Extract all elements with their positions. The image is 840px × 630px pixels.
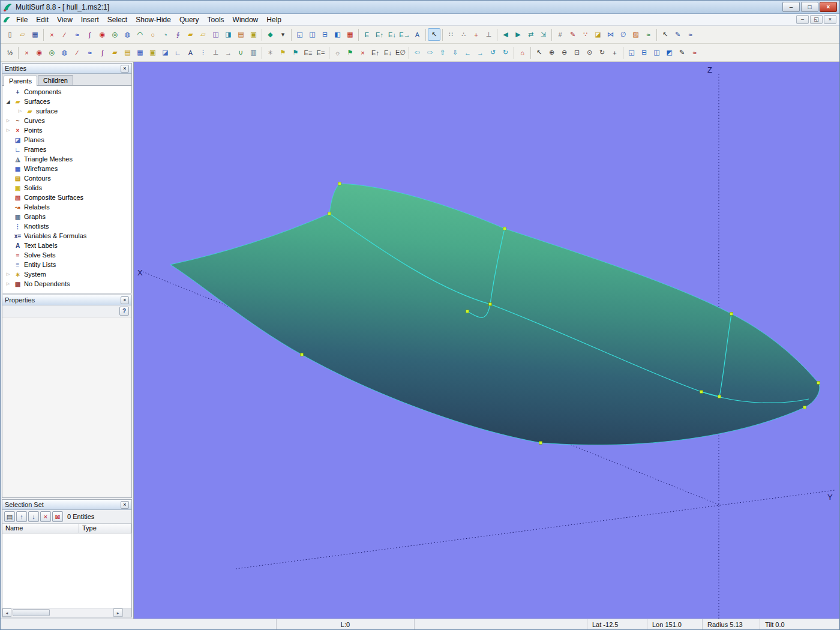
tree-item-entity-lists[interactable]: ≡Entity Lists xyxy=(2,260,131,269)
tree-item-triangle-meshes[interactable]: ◮Triangle Meshes xyxy=(2,154,131,164)
tree-item-relabels[interactable]: ↝Relabels xyxy=(2,202,131,212)
insert-conic-icon[interactable]: ◔ xyxy=(159,28,172,41)
previous-view-icon[interactable]: ◀ xyxy=(499,28,512,41)
column-header-type[interactable]: Type xyxy=(79,524,131,533)
insert-bead-icon[interactable]: ◉ xyxy=(96,28,109,41)
show-selected-icon[interactable]: ⚑ xyxy=(344,46,356,59)
insert-solid-icon[interactable]: ▣ xyxy=(247,28,260,41)
tree-item-points[interactable]: ▷×Points xyxy=(2,125,131,135)
insert-magnet-icon[interactable]: ◍ xyxy=(121,28,134,41)
control-point[interactable] xyxy=(338,182,341,185)
fit-view-icon[interactable]: ⇲ xyxy=(537,28,550,41)
tree-item-text-labels[interactable]: AText Labels xyxy=(2,241,131,250)
toggle-wireframes-icon[interactable]: ▦ xyxy=(134,46,146,59)
pen-tool-icon[interactable]: ✎ xyxy=(671,28,684,41)
view-quad-icon[interactable]: ◧ xyxy=(331,28,344,41)
tree-expander-closed-icon[interactable]: ▷ xyxy=(5,272,11,277)
control-point[interactable] xyxy=(817,382,820,385)
insert-revolution-surface-icon[interactable]: ◫ xyxy=(209,28,222,41)
render-toggle-icon[interactable]: ∗ xyxy=(264,46,277,59)
context-help-button[interactable]: ? xyxy=(119,307,129,316)
control-point[interactable] xyxy=(301,353,304,356)
tree-item-solve-sets[interactable]: =Solve Sets xyxy=(2,250,131,260)
home-view-icon[interactable]: ⌂ xyxy=(516,46,529,59)
column-header-name[interactable]: Name xyxy=(2,524,79,533)
control-point[interactable] xyxy=(328,212,331,215)
show-children-icon[interactable]: E↓ xyxy=(382,46,394,59)
menu-query[interactable]: Query xyxy=(175,14,203,25)
hide-selected-icon[interactable]: × xyxy=(356,46,369,59)
minimize-button[interactable]: – xyxy=(782,2,800,12)
offsets-table-icon[interactable]: ▦ xyxy=(344,28,356,41)
toggle-solids-icon[interactable]: ▣ xyxy=(146,46,159,59)
tree-expander-closed-icon[interactable]: ▷ xyxy=(5,118,11,123)
scroll-left-icon[interactable]: ◂ xyxy=(2,608,11,617)
tree-item-no-dependents[interactable]: ▷▩No Dependents xyxy=(2,279,131,289)
pan-left-icon[interactable]: ← xyxy=(461,46,474,59)
toggle-snakes-icon[interactable]: ʃ xyxy=(96,46,109,59)
scrollbar-track[interactable] xyxy=(11,608,113,617)
spin-ccw-icon[interactable]: ↺ xyxy=(487,46,499,59)
sketch-curve-icon[interactable]: ✎ xyxy=(566,28,579,41)
mdi-close-button[interactable]: × xyxy=(824,15,836,24)
show-grid-icon[interactable]: # xyxy=(554,28,566,41)
horizontal-scrollbar[interactable]: ◂ ▸ xyxy=(2,608,131,617)
insert-snake-icon[interactable]: ʃ xyxy=(83,28,96,41)
hull-surface[interactable] xyxy=(170,184,820,445)
tile-vertical-icon[interactable]: ◫ xyxy=(650,46,663,59)
pointer-tool-icon[interactable]: ↖ xyxy=(428,28,440,41)
clear-selection-icon[interactable]: ⊠ xyxy=(52,511,63,522)
close-icon[interactable]: × xyxy=(121,501,129,509)
select-siblings-icon[interactable]: E→ xyxy=(398,28,411,41)
tree-item-wireframes[interactable]: ▦Wireframes xyxy=(2,164,131,173)
intersection-snap-icon[interactable]: + xyxy=(470,28,482,41)
new-window-icon[interactable]: ◱ xyxy=(625,46,638,59)
control-point[interactable] xyxy=(730,313,733,316)
toggle-planes-icon[interactable]: ◪ xyxy=(159,46,172,59)
tree-expander-closed-icon[interactable]: ▷ xyxy=(5,281,11,286)
flag-visible-icon[interactable]: ⚑ xyxy=(277,46,289,59)
rotate-right-icon[interactable]: ⇨ xyxy=(424,46,436,59)
pick-pointer-icon[interactable]: ↖ xyxy=(533,46,545,59)
save-file-icon[interactable]: ▦ xyxy=(29,28,41,41)
tree-item-system[interactable]: ▷∗System xyxy=(2,269,131,279)
tree-expander-closed-icon[interactable]: ▷ xyxy=(17,109,23,113)
tree-item-graphs[interactable]: ▥Graphs xyxy=(2,212,131,221)
open-file-icon[interactable]: ▱ xyxy=(16,28,29,41)
tree-item-surfaces[interactable]: ◢▰Surfaces xyxy=(2,97,131,106)
tree-item-components[interactable]: +Components xyxy=(2,87,131,97)
tree-item-surface[interactable]: ▷▰surface xyxy=(2,106,131,116)
tile-horizontal-icon[interactable]: ⊟ xyxy=(638,46,650,59)
tab-children[interactable]: Children xyxy=(38,75,73,85)
toggle-beads-icon[interactable]: ◉ xyxy=(33,46,46,59)
close-button[interactable]: × xyxy=(820,2,837,12)
edit-points-icon[interactable]: ∵ xyxy=(579,28,592,41)
remove-selected-icon[interactable]: × xyxy=(40,511,51,522)
toggle-offsets-icon[interactable]: ▥ xyxy=(247,46,260,59)
toggle-points-icon[interactable]: × xyxy=(20,46,33,59)
measure-distance-icon[interactable]: ∅ xyxy=(617,28,629,41)
toggle-rings-icon[interactable]: ◎ xyxy=(46,46,58,59)
insert-ring-icon[interactable]: ◎ xyxy=(109,28,121,41)
entities-panel-titlebar[interactable]: Entities × xyxy=(2,64,131,74)
insert-circle-icon[interactable]: ○ xyxy=(146,28,159,41)
3d-view-canvas[interactable]: X Y Z xyxy=(134,62,839,619)
toggle-surfaces-icon[interactable]: ▰ xyxy=(109,46,121,59)
menu-select[interactable]: Select xyxy=(103,14,131,25)
markup-view-icon[interactable]: ≈ xyxy=(688,46,701,59)
trim-surface-icon[interactable]: ◪ xyxy=(592,28,604,41)
nearest-point-snap-icon[interactable]: ∴ xyxy=(457,28,470,41)
toggle-tangents-icon[interactable]: → xyxy=(222,46,235,59)
show-parents-icon[interactable]: E↑ xyxy=(369,46,382,59)
refresh-view-icon[interactable]: ↻ xyxy=(596,46,608,59)
title-bar[interactable]: MultiSurf 8.8 - [ hull_1.ms2:1] –□× xyxy=(1,1,839,14)
highlight-icon[interactable]: ☼ xyxy=(331,46,344,59)
control-point[interactable] xyxy=(489,303,492,306)
insert-options-dropdown-icon[interactable]: ▾ xyxy=(277,28,289,41)
scroll-right-icon[interactable]: ▸ xyxy=(113,608,122,617)
close-icon[interactable]: × xyxy=(121,296,129,304)
view-split-horizontal-icon[interactable]: ⊟ xyxy=(319,28,331,41)
control-point[interactable] xyxy=(539,442,542,445)
toggle-labels-icon[interactable]: A xyxy=(184,46,197,59)
next-view-icon[interactable]: ▶ xyxy=(512,28,524,41)
